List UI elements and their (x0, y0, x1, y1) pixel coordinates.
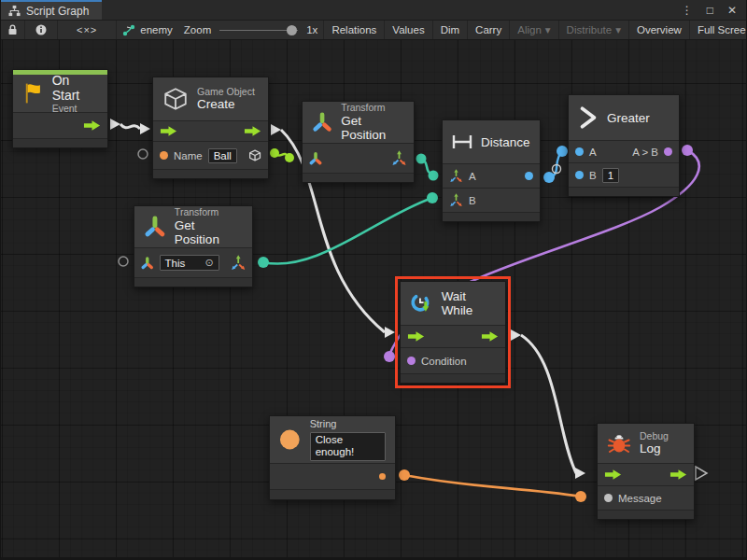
target-field[interactable]: This ⊙ (160, 255, 219, 271)
unconnected-flow-indicator[interactable] (696, 467, 707, 480)
unconnected-port-indicator[interactable] (138, 149, 148, 159)
toolbar-button-fullscreen[interactable]: Full Screen (690, 21, 747, 39)
node-on-start[interactable]: On Start Event (12, 69, 108, 148)
flow-input-port[interactable] (604, 469, 622, 481)
value-input-port-b[interactable] (575, 171, 584, 179)
distance-output-port[interactable] (525, 172, 533, 180)
info-button[interactable] (25, 21, 58, 39)
lock-button[interactable] (1, 21, 25, 39)
node-flow-row (598, 463, 694, 485)
script-graph-icon (8, 5, 21, 17)
maximize-icon[interactable]: □ (707, 5, 713, 16)
transform-input-port[interactable] (309, 152, 322, 165)
node-value-row (303, 143, 414, 173)
flow-output-port[interactable] (669, 469, 687, 481)
wire-arrowhead (385, 327, 395, 338)
string-value-field[interactable]: Close enough! (310, 432, 386, 460)
zoom-label: Zoom (184, 24, 211, 35)
caret-down-icon: ▾ (615, 23, 621, 36)
node-footer (598, 510, 694, 519)
toolbar-button-relations[interactable]: Relations (323, 21, 385, 39)
toolbar-button-align[interactable]: Align ▾ (510, 21, 558, 39)
string-icon (279, 428, 301, 451)
wire-value-distance-greater[interactable] (549, 151, 562, 177)
toolbar-button-overview[interactable]: Overview (629, 21, 690, 39)
value-input-port-name[interactable] (160, 151, 168, 160)
toolbar-button-dim[interactable]: Dim (433, 21, 468, 39)
node-title: Wait While (442, 289, 496, 317)
bool-output-port[interactable] (664, 147, 672, 156)
node-title: Create (197, 97, 255, 112)
transform-input-port[interactable] (141, 257, 154, 270)
wire-control-onstart-create[interactable] (120, 124, 140, 129)
code-view-button[interactable]: <×> (58, 21, 117, 39)
vector3-output-port[interactable] (231, 255, 246, 271)
message-input-port[interactable] (604, 494, 613, 502)
wait-while-icon (410, 291, 433, 316)
node-footer (270, 489, 395, 499)
toolbar-button-distribute[interactable]: Distribute ▾ (559, 21, 629, 39)
wire-value-getposition-distance-a[interactable] (421, 159, 433, 175)
port-label: A (469, 171, 476, 182)
name-value-field[interactable]: Ball (208, 148, 237, 163)
node-greater[interactable]: Greater A A > B B 1 (568, 94, 680, 197)
unconnected-port-indicator[interactable] (119, 257, 128, 266)
greater-icon (578, 105, 599, 130)
toolbar-button-values[interactable]: Values (385, 21, 432, 39)
zoom-slider-handle[interactable] (287, 25, 297, 35)
caret-down-icon: ▾ (545, 23, 551, 36)
vector3-input-port-a[interactable] (449, 169, 463, 183)
window-menu-icon[interactable]: ⋮ (682, 5, 693, 16)
node-wait-while[interactable]: Wait While Condition (400, 281, 506, 384)
flag-icon (22, 81, 44, 105)
node-string[interactable]: String Close enough! (269, 415, 396, 500)
wire-value-getposition-distance-b[interactable] (263, 198, 432, 264)
lock-icon (7, 24, 18, 35)
zoom-slider[interactable] (219, 30, 298, 31)
flow-input-port[interactable] (160, 125, 177, 137)
wire-value-string-debuglog[interactable] (404, 475, 581, 497)
node-value-row: B (443, 188, 540, 212)
condition-input-port[interactable] (407, 357, 416, 365)
tab-script-graph[interactable]: Script Graph (1, 0, 102, 20)
node-get-position-self[interactable]: Transform Get Position This ⊙ (134, 205, 253, 287)
node-header: Greater (569, 95, 679, 140)
flow-output-port[interactable] (83, 119, 101, 132)
wire-value-create-getposition[interactable] (275, 153, 289, 158)
zoom-control: Zoom 1x (178, 21, 324, 39)
node-get-position-enemy[interactable]: Transform Get Position (302, 101, 415, 183)
field-text: Close enough! (316, 434, 380, 458)
object-picker-icon[interactable]: ⊙ (204, 257, 213, 269)
wire-control-waitwhile-debuglog[interactable] (521, 335, 576, 473)
node-header: Debug Log (598, 424, 694, 463)
node-create[interactable]: Game Object Create Name Ball (152, 77, 269, 179)
field-text: This (165, 258, 186, 269)
port-label: Condition (421, 356, 467, 367)
flow-input-port[interactable] (407, 330, 425, 343)
flow-output-port[interactable] (481, 330, 499, 343)
node-header: Wait While (401, 282, 505, 325)
node-debug-log[interactable]: Debug Log Message (597, 423, 695, 520)
node-value-row: Name Ball (153, 141, 268, 169)
vector3-input-port-b[interactable] (449, 193, 463, 207)
flow-output-port[interactable] (244, 125, 261, 137)
string-output-port[interactable] (379, 473, 386, 480)
node-title: Greater (607, 111, 650, 125)
node-category: Transform (175, 206, 243, 217)
vector3-output-port[interactable] (391, 150, 407, 166)
gameobject-output-port[interactable] (248, 148, 261, 162)
button-label: Full Screen (698, 24, 747, 35)
wire-loop-indicator (553, 165, 561, 174)
zoom-value: 1x (306, 24, 317, 35)
b-value-field[interactable]: 1 (602, 168, 619, 183)
node-distance[interactable]: Distance A B (442, 119, 541, 222)
value-input-port-a[interactable] (575, 147, 584, 156)
field-text: Ball (214, 150, 232, 161)
close-icon[interactable]: ✕ (727, 5, 737, 16)
node-header: On Start Event (13, 75, 107, 112)
node-header: Game Object Create (153, 77, 268, 120)
toolbar-button-carry[interactable]: Carry (468, 21, 510, 39)
graph-canvas[interactable]: On Start Event Game Object Create (1, 40, 746, 557)
graph-breadcrumb[interactable]: enemy (117, 21, 178, 39)
bug-icon (607, 431, 631, 455)
